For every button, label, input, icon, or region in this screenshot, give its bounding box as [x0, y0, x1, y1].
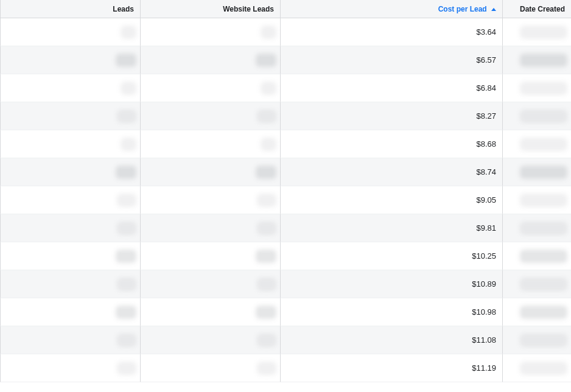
cell-cost-per-lead: $8.74	[280, 158, 502, 186]
cell-leads	[0, 270, 140, 298]
column-header-website-leads[interactable]: Website Leads	[140, 0, 280, 18]
column-header-date-created[interactable]: Date Created	[502, 0, 571, 18]
redacted-value	[522, 112, 565, 121]
table-row[interactable]: $6.57	[0, 46, 571, 74]
cell-date-created	[502, 354, 571, 382]
redacted-value	[119, 112, 134, 121]
cell-leads	[0, 46, 140, 74]
cost-per-lead-value: $6.57	[476, 55, 496, 65]
cell-website-leads	[140, 102, 280, 130]
cell-website-leads	[140, 298, 280, 326]
table-row[interactable]: $10.89	[0, 270, 571, 298]
table-row[interactable]: $10.98	[0, 298, 571, 326]
redacted-value	[118, 308, 134, 317]
cell-date-created	[502, 270, 571, 298]
cost-per-lead-value: $9.81	[476, 223, 496, 233]
redacted-value	[522, 308, 565, 317]
redacted-value	[259, 224, 274, 233]
table-row[interactable]: $8.68	[0, 130, 571, 158]
redacted-value	[522, 280, 565, 289]
table-row[interactable]: $11.08	[0, 326, 571, 354]
cell-website-leads	[140, 354, 280, 382]
cell-cost-per-lead: $11.19	[280, 354, 502, 382]
cost-per-lead-value: $6.84	[476, 83, 496, 93]
cell-leads	[0, 326, 140, 354]
leads-table: Leads Website Leads Cost per Lead Date C…	[0, 0, 571, 382]
table-row[interactable]: $6.84	[0, 74, 571, 102]
cell-date-created	[502, 214, 571, 242]
redacted-value	[123, 28, 134, 37]
table-row[interactable]: $3.64	[0, 18, 571, 46]
redacted-value	[123, 84, 134, 93]
redacted-value	[259, 280, 274, 289]
redacted-value	[263, 140, 274, 149]
cell-cost-per-lead: $8.27	[280, 102, 502, 130]
redacted-value	[522, 364, 565, 373]
cell-cost-per-lead: $6.57	[280, 46, 502, 74]
cell-date-created	[502, 74, 571, 102]
cell-cost-per-lead: $6.84	[280, 74, 502, 102]
cell-date-created	[502, 158, 571, 186]
redacted-value	[258, 308, 274, 317]
redacted-value	[258, 252, 274, 261]
cost-per-lead-value: $8.74	[476, 167, 496, 177]
cost-per-lead-value: $10.98	[472, 307, 496, 317]
cost-per-lead-value: $11.08	[472, 335, 496, 345]
redacted-value	[522, 252, 565, 261]
column-header-label: Date Created	[520, 5, 565, 13]
cell-leads	[0, 354, 140, 382]
cost-per-lead-value: $11.19	[472, 363, 496, 373]
cell-cost-per-lead: $8.68	[280, 130, 502, 158]
cell-website-leads	[140, 158, 280, 186]
redacted-value	[522, 84, 565, 93]
cell-date-created	[502, 130, 571, 158]
cost-per-lead-value: $10.25	[472, 251, 496, 261]
cell-cost-per-lead: $9.81	[280, 214, 502, 242]
redacted-value	[118, 168, 134, 177]
cell-website-leads	[140, 186, 280, 214]
redacted-value	[522, 56, 565, 65]
column-header-label: Website Leads	[223, 5, 274, 13]
cell-cost-per-lead: $11.08	[280, 326, 502, 354]
table-row[interactable]: $9.81	[0, 214, 571, 242]
redacted-value	[522, 28, 565, 37]
cell-leads	[0, 102, 140, 130]
cost-per-lead-value: $8.68	[476, 139, 496, 149]
cell-leads	[0, 18, 140, 46]
cell-website-leads	[140, 18, 280, 46]
table-row[interactable]: $8.27	[0, 102, 571, 130]
table-header-row: Leads Website Leads Cost per Lead Date C…	[0, 0, 571, 18]
redacted-value	[118, 56, 134, 65]
redacted-value	[522, 224, 565, 233]
redacted-value	[119, 224, 134, 233]
cell-date-created	[502, 46, 571, 74]
redacted-value	[123, 140, 134, 149]
column-header-label: Cost per Lead	[438, 5, 487, 13]
cell-website-leads	[140, 74, 280, 102]
redacted-value	[259, 364, 274, 373]
column-header-label: Leads	[113, 5, 134, 13]
redacted-value	[263, 28, 274, 37]
table-row[interactable]: $10.25	[0, 242, 571, 270]
cost-per-lead-value: $9.05	[476, 195, 496, 205]
redacted-value	[258, 168, 274, 177]
redacted-value	[118, 252, 134, 261]
cell-leads	[0, 158, 140, 186]
cost-per-lead-value: $8.27	[476, 111, 496, 121]
cell-date-created	[502, 102, 571, 130]
redacted-value	[119, 280, 134, 289]
redacted-value	[522, 336, 565, 345]
table-row[interactable]: $11.19	[0, 354, 571, 382]
cell-cost-per-lead: $9.05	[280, 186, 502, 214]
table-row[interactable]: $9.05	[0, 186, 571, 214]
redacted-value	[119, 336, 134, 345]
redacted-value	[119, 364, 134, 373]
column-header-leads[interactable]: Leads	[0, 0, 140, 18]
cell-leads	[0, 298, 140, 326]
cell-website-leads	[140, 326, 280, 354]
table-row[interactable]: $8.74	[0, 158, 571, 186]
cell-cost-per-lead: $10.89	[280, 270, 502, 298]
column-header-cost-per-lead[interactable]: Cost per Lead	[280, 0, 502, 18]
cell-date-created	[502, 186, 571, 214]
cell-website-leads	[140, 214, 280, 242]
